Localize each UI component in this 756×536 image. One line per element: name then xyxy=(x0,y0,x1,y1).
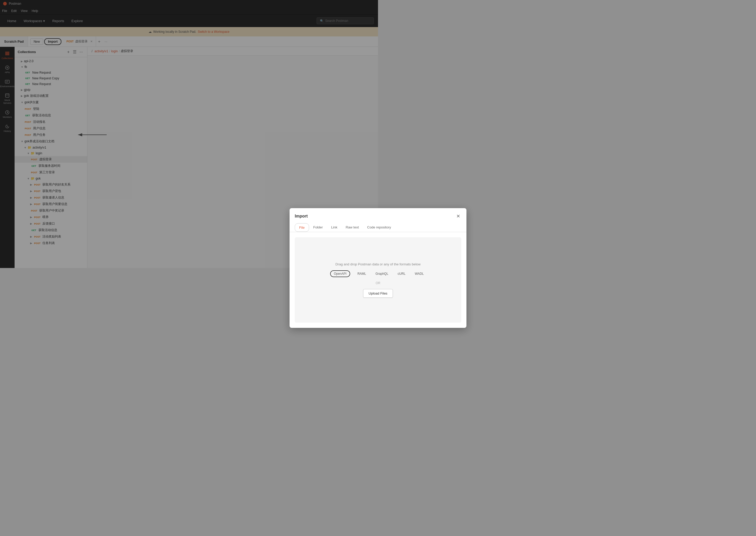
dialog-tabs: File Folder Link Raw text Code repositor… xyxy=(289,220,378,232)
drag-drop-text: Drag and drop Postman data or any of the… xyxy=(335,262,378,266)
overlay[interactable]: Import ✕ File Folder Link Raw text Code … xyxy=(0,0,378,268)
dialog-title: Import xyxy=(295,214,308,218)
dialog-header: Import ✕ xyxy=(289,208,378,220)
dialog-tab-rawtext[interactable]: Raw text xyxy=(342,223,363,232)
dialog-tab-coderepo[interactable]: Code repository xyxy=(363,223,378,232)
dialog-body: Drag and drop Postman data or any of the… xyxy=(295,237,378,268)
dialog-tab-file[interactable]: File xyxy=(295,223,309,232)
import-dialog: Import ✕ File Folder Link Raw text Code … xyxy=(289,208,378,268)
dialog-tab-folder[interactable]: Folder xyxy=(309,223,327,232)
dialog-tab-link[interactable]: Link xyxy=(327,223,342,232)
